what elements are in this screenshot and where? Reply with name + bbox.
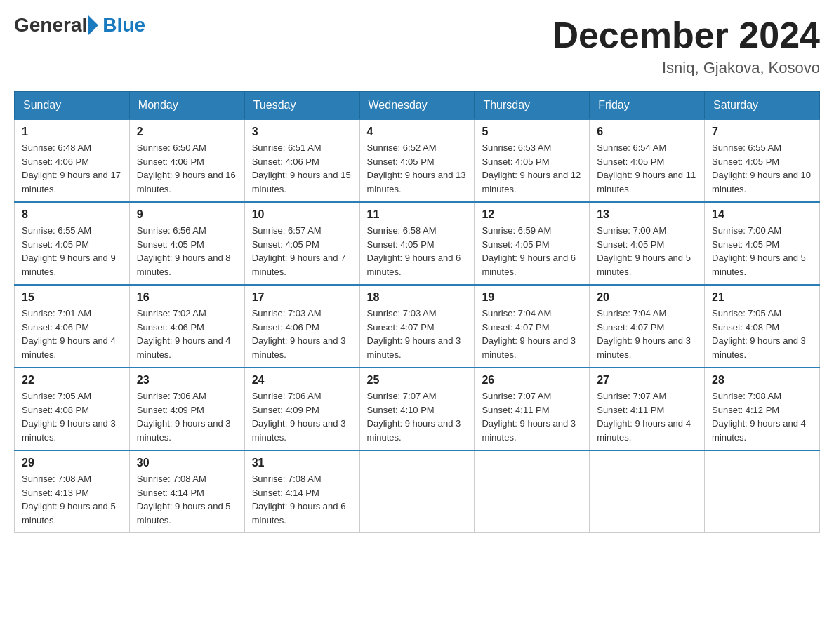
day-info: Sunrise: 7:08 AMSunset: 4:13 PMDaylight:… bbox=[22, 472, 122, 527]
day-cell: 27Sunrise: 7:07 AMSunset: 4:11 PMDayligh… bbox=[590, 368, 705, 450]
day-cell: 9Sunrise: 6:56 AMSunset: 4:05 PMDaylight… bbox=[129, 202, 244, 285]
day-number: 23 bbox=[137, 374, 237, 387]
day-cell: 8Sunrise: 6:55 AMSunset: 4:05 PMDaylight… bbox=[15, 202, 130, 285]
day-info: Sunrise: 7:01 AMSunset: 4:06 PMDaylight:… bbox=[22, 307, 122, 361]
header-wednesday: Wednesday bbox=[359, 92, 475, 120]
month-title: December 2024 bbox=[552, 14, 820, 56]
header-friday: Friday bbox=[590, 92, 705, 120]
day-info: Sunrise: 7:06 AMSunset: 4:09 PMDaylight:… bbox=[137, 389, 237, 444]
day-cell: 22Sunrise: 7:05 AMSunset: 4:08 PMDayligh… bbox=[15, 368, 130, 450]
day-cell: 25Sunrise: 7:07 AMSunset: 4:10 PMDayligh… bbox=[359, 368, 475, 450]
day-info: Sunrise: 6:50 AMSunset: 4:06 PMDaylight:… bbox=[137, 141, 237, 196]
header-monday: Monday bbox=[129, 92, 244, 120]
location: Isniq, Gjakova, Kosovo bbox=[552, 59, 820, 77]
day-cell: 14Sunrise: 7:00 AMSunset: 4:05 PMDayligh… bbox=[705, 202, 820, 285]
day-cell: 29Sunrise: 7:08 AMSunset: 4:13 PMDayligh… bbox=[15, 450, 130, 533]
title-section: December 2024 Isniq, Gjakova, Kosovo bbox=[552, 14, 820, 77]
day-info: Sunrise: 6:59 AMSunset: 4:05 PMDaylight:… bbox=[482, 224, 582, 279]
day-info: Sunrise: 7:03 AMSunset: 4:07 PMDaylight:… bbox=[367, 307, 468, 361]
day-info: Sunrise: 7:08 AMSunset: 4:14 PMDaylight:… bbox=[137, 472, 237, 527]
day-cell: 20Sunrise: 7:04 AMSunset: 4:07 PMDayligh… bbox=[590, 285, 705, 368]
day-number: 13 bbox=[597, 208, 697, 221]
day-info: Sunrise: 7:00 AMSunset: 4:05 PMDaylight:… bbox=[597, 224, 697, 279]
day-cell: 11Sunrise: 6:58 AMSunset: 4:05 PMDayligh… bbox=[359, 202, 475, 285]
week-row-4: 22Sunrise: 7:05 AMSunset: 4:08 PMDayligh… bbox=[15, 368, 820, 450]
header-tuesday: Tuesday bbox=[244, 92, 359, 120]
day-info: Sunrise: 7:05 AMSunset: 4:08 PMDaylight:… bbox=[712, 307, 812, 361]
day-number: 2 bbox=[137, 126, 237, 138]
day-number: 3 bbox=[252, 126, 352, 138]
day-cell: 21Sunrise: 7:05 AMSunset: 4:08 PMDayligh… bbox=[705, 285, 820, 368]
header: General Blue December 2024 Isniq, Gjakov… bbox=[14, 14, 820, 77]
day-number: 16 bbox=[137, 291, 237, 304]
day-cell bbox=[475, 450, 590, 533]
day-cell: 19Sunrise: 7:04 AMSunset: 4:07 PMDayligh… bbox=[475, 285, 590, 368]
logo: General Blue bbox=[14, 14, 145, 36]
week-row-1: 1Sunrise: 6:48 AMSunset: 4:06 PMDaylight… bbox=[15, 119, 820, 202]
day-number: 14 bbox=[712, 208, 812, 221]
day-cell: 3Sunrise: 6:51 AMSunset: 4:06 PMDaylight… bbox=[244, 119, 359, 202]
day-info: Sunrise: 7:05 AMSunset: 4:08 PMDaylight:… bbox=[22, 389, 122, 444]
day-info: Sunrise: 7:02 AMSunset: 4:06 PMDaylight:… bbox=[137, 307, 237, 361]
day-cell: 17Sunrise: 7:03 AMSunset: 4:06 PMDayligh… bbox=[244, 285, 359, 368]
logo-general-text: General bbox=[14, 14, 87, 36]
day-number: 22 bbox=[22, 374, 122, 387]
week-row-2: 8Sunrise: 6:55 AMSunset: 4:05 PMDaylight… bbox=[15, 202, 820, 285]
header-sunday: Sunday bbox=[15, 92, 130, 120]
day-cell: 7Sunrise: 6:55 AMSunset: 4:05 PMDaylight… bbox=[705, 119, 820, 202]
calendar-table: Sunday Monday Tuesday Wednesday Thursday… bbox=[14, 91, 820, 533]
day-info: Sunrise: 7:04 AMSunset: 4:07 PMDaylight:… bbox=[597, 307, 697, 361]
day-cell: 18Sunrise: 7:03 AMSunset: 4:07 PMDayligh… bbox=[359, 285, 475, 368]
day-cell: 10Sunrise: 6:57 AMSunset: 4:05 PMDayligh… bbox=[244, 202, 359, 285]
day-info: Sunrise: 7:08 AMSunset: 4:12 PMDaylight:… bbox=[712, 389, 812, 444]
day-number: 18 bbox=[367, 291, 468, 304]
logo-arrow-icon bbox=[88, 15, 98, 35]
day-cell: 23Sunrise: 7:06 AMSunset: 4:09 PMDayligh… bbox=[129, 368, 244, 450]
day-cell: 28Sunrise: 7:08 AMSunset: 4:12 PMDayligh… bbox=[705, 368, 820, 450]
day-number: 6 bbox=[597, 126, 697, 138]
header-saturday: Saturday bbox=[705, 92, 820, 120]
day-number: 19 bbox=[482, 291, 582, 304]
day-info: Sunrise: 7:08 AMSunset: 4:14 PMDaylight:… bbox=[252, 472, 352, 527]
day-info: Sunrise: 7:07 AMSunset: 4:11 PMDaylight:… bbox=[597, 389, 697, 444]
week-row-5: 29Sunrise: 7:08 AMSunset: 4:13 PMDayligh… bbox=[15, 450, 820, 533]
day-cell: 13Sunrise: 7:00 AMSunset: 4:05 PMDayligh… bbox=[590, 202, 705, 285]
day-cell: 31Sunrise: 7:08 AMSunset: 4:14 PMDayligh… bbox=[244, 450, 359, 533]
day-info: Sunrise: 6:57 AMSunset: 4:05 PMDaylight:… bbox=[252, 224, 352, 279]
day-info: Sunrise: 6:58 AMSunset: 4:05 PMDaylight:… bbox=[367, 224, 468, 279]
header-row: Sunday Monday Tuesday Wednesday Thursday… bbox=[15, 92, 820, 120]
day-number: 11 bbox=[367, 208, 468, 221]
day-info: Sunrise: 7:06 AMSunset: 4:09 PMDaylight:… bbox=[252, 389, 352, 444]
day-info: Sunrise: 6:52 AMSunset: 4:05 PMDaylight:… bbox=[367, 141, 468, 196]
day-number: 30 bbox=[137, 457, 237, 469]
day-cell bbox=[590, 450, 705, 533]
header-thursday: Thursday bbox=[475, 92, 590, 120]
day-info: Sunrise: 7:07 AMSunset: 4:11 PMDaylight:… bbox=[482, 389, 582, 444]
day-number: 10 bbox=[252, 208, 352, 221]
day-number: 4 bbox=[367, 126, 468, 138]
day-number: 20 bbox=[597, 291, 697, 304]
day-cell: 30Sunrise: 7:08 AMSunset: 4:14 PMDayligh… bbox=[129, 450, 244, 533]
day-cell: 26Sunrise: 7:07 AMSunset: 4:11 PMDayligh… bbox=[475, 368, 590, 450]
day-number: 15 bbox=[22, 291, 122, 304]
day-cell bbox=[359, 450, 475, 533]
day-info: Sunrise: 6:54 AMSunset: 4:05 PMDaylight:… bbox=[597, 141, 697, 196]
week-row-3: 15Sunrise: 7:01 AMSunset: 4:06 PMDayligh… bbox=[15, 285, 820, 368]
day-number: 24 bbox=[252, 374, 352, 387]
logo-blue-text: Blue bbox=[102, 14, 145, 36]
day-cell: 6Sunrise: 6:54 AMSunset: 4:05 PMDaylight… bbox=[590, 119, 705, 202]
day-cell bbox=[705, 450, 820, 533]
day-info: Sunrise: 6:48 AMSunset: 4:06 PMDaylight:… bbox=[22, 141, 122, 196]
day-cell: 24Sunrise: 7:06 AMSunset: 4:09 PMDayligh… bbox=[244, 368, 359, 450]
day-number: 9 bbox=[137, 208, 237, 221]
day-cell: 5Sunrise: 6:53 AMSunset: 4:05 PMDaylight… bbox=[475, 119, 590, 202]
day-info: Sunrise: 7:07 AMSunset: 4:10 PMDaylight:… bbox=[367, 389, 468, 444]
day-info: Sunrise: 6:56 AMSunset: 4:05 PMDaylight:… bbox=[137, 224, 237, 279]
day-number: 28 bbox=[712, 374, 812, 387]
day-number: 12 bbox=[482, 208, 582, 221]
day-info: Sunrise: 6:53 AMSunset: 4:05 PMDaylight:… bbox=[482, 141, 582, 196]
day-number: 27 bbox=[597, 374, 697, 387]
day-info: Sunrise: 7:00 AMSunset: 4:05 PMDaylight:… bbox=[712, 224, 812, 279]
day-cell: 16Sunrise: 7:02 AMSunset: 4:06 PMDayligh… bbox=[129, 285, 244, 368]
day-number: 25 bbox=[367, 374, 468, 387]
